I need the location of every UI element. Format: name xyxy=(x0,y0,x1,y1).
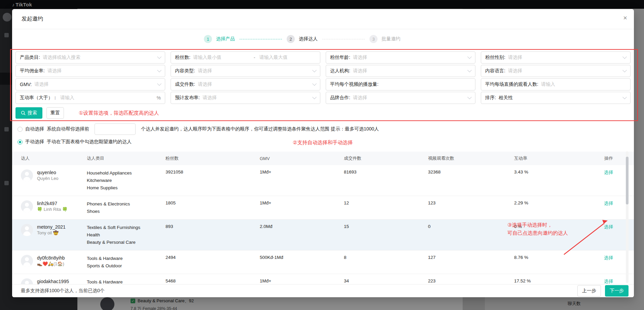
category: Shoes xyxy=(87,208,166,215)
auto-select-row: 自动选择 系统自动帮你选择前 个达人并发起邀约，达人顺序即为下面表格中的顺序，你… xyxy=(17,123,631,135)
creator-handle: quyenleo xyxy=(37,169,59,176)
creator-name: Tony oil 🤠 xyxy=(37,230,66,236)
manual-select-desc: 手动在下面表格中勾选您期望邀约的达人 xyxy=(47,139,132,145)
creator-handle: giodakhac1995 xyxy=(37,278,69,284)
chevron-down-icon xyxy=(622,68,627,72)
creator-name: Quyên Leo xyxy=(37,176,59,181)
table-header: 达人 达人类目 粉丝数 GMV 成交件数 视频观看次数 互动率 操作 xyxy=(12,152,634,165)
chevron-down-icon xyxy=(622,95,627,99)
modal-footer: 最多支持选择1000个达人，当前已选0个 上一步 下一步 xyxy=(12,284,634,297)
wizard-stepper: 1 选择产品 2 选择达人 3 批量邀约 xyxy=(0,29,613,49)
views-value: 123 xyxy=(428,200,514,205)
auto-select-radio[interactable] xyxy=(17,127,23,132)
filter-actions: 搜索 重置 ①设置筛选项，筛选匹配度高的达人 xyxy=(12,104,634,119)
filter-placeholder: 请选择 xyxy=(198,81,212,87)
auto-select-desc-after: 个达人并发起邀约，达人顺序即为下面表格中的顺序，你可通过调整筛选条件聚焦达人范围… xyxy=(141,126,379,132)
filter-content-language[interactable]: 内容语言: 请选择 xyxy=(481,65,631,77)
filter-placeholder: 请选择 xyxy=(203,95,217,101)
percent-suffix: % xyxy=(157,95,161,101)
filter-fan-age[interactable]: 粉丝年龄: 请选择 xyxy=(326,51,475,64)
search-button[interactable]: 搜索 xyxy=(15,107,42,119)
filter-label: 平均每场直播的观看人数: xyxy=(485,81,538,87)
auto-count-input[interactable] xyxy=(95,123,136,135)
category: Textiles & Soft Furnishings xyxy=(87,224,166,231)
select-link[interactable]: 选择 xyxy=(604,170,613,175)
filter-estimated-post-rate[interactable]: 预计发布率: 请选择 xyxy=(171,92,320,104)
filter-placeholder: 请选择 xyxy=(353,54,367,61)
step-batch-invite: 3 批量邀约 xyxy=(369,35,400,43)
step-label: 批量邀约 xyxy=(382,36,400,42)
category: Health xyxy=(87,231,166,239)
views-value: 32368 xyxy=(428,169,514,175)
range-separator: - xyxy=(254,55,255,60)
next-step-button[interactable]: 下一步 xyxy=(605,285,629,297)
chevron-down-icon xyxy=(312,81,317,86)
filter-fan-gender[interactable]: 粉丝性别: 请选择 xyxy=(481,51,631,64)
select-link[interactable]: 选择 xyxy=(604,279,613,284)
engagement-value: 17.52 % xyxy=(514,278,581,283)
filter-creator-agency[interactable]: 达人机构: 请选择 xyxy=(326,65,475,77)
annotation-3: ③选择手动选择时， 可自己点选意向邀约的达人 xyxy=(507,221,568,237)
manual-select-radio[interactable] xyxy=(17,140,23,145)
followers-value: 3921058 xyxy=(166,169,260,175)
select-link[interactable]: 选择 xyxy=(604,201,613,206)
views-value: 127 xyxy=(428,255,514,260)
filter-avg-commission[interactable]: 平均佣金率: 请选择 xyxy=(15,65,165,77)
table-row: linh2k497 🍀 Linh Rita 🍀 Phones & Electro… xyxy=(12,196,634,220)
col-creator: 达人 xyxy=(21,155,87,161)
filter-label: 平均每个视频的播放量: xyxy=(330,81,379,87)
filter-avg-video-views[interactable]: 平均每个视频的播放量: xyxy=(326,78,475,90)
select-link[interactable]: 选择 xyxy=(604,255,613,260)
category: Tools & Hardware xyxy=(87,255,166,262)
gmv-value: 1Mđ+ xyxy=(260,169,344,175)
close-icon[interactable]: × xyxy=(623,14,627,21)
filter-brand-collab[interactable]: 品牌合作: 请选择 xyxy=(326,92,475,104)
followers-value: 2494 xyxy=(166,255,260,260)
annotation-3-line2: 可自己点选意向邀约的达人 xyxy=(507,229,568,237)
units-value: 8 xyxy=(344,255,428,260)
filter-product-category[interactable]: 产品类目: 请选择或输入搜索 xyxy=(15,51,165,64)
category: Tools & Hardware xyxy=(87,278,166,284)
filter-placeholder: 请选择 xyxy=(198,68,212,74)
selection-summary: 最多支持选择1000个达人，当前已选0个 xyxy=(21,288,105,294)
chevron-down-icon xyxy=(157,68,162,72)
chevron-down-icon xyxy=(157,81,162,86)
units-value: 15 xyxy=(344,224,428,229)
filter-placeholder: 请选择 xyxy=(47,68,62,74)
auto-select-label: 自动选择 xyxy=(25,126,44,132)
filter-gmv[interactable]: GMV: 请选择 xyxy=(15,78,165,90)
views-value: 223 xyxy=(428,278,514,283)
filter-follower-count-range[interactable]: 粉丝数: 请输入最小值 - 请输入最大值 xyxy=(171,51,320,64)
filter-label: 平均佣金率: xyxy=(20,68,45,74)
previous-step-button[interactable]: 上一步 xyxy=(577,285,601,297)
views-value: 0 xyxy=(428,224,514,229)
col-action: 操作 xyxy=(581,155,613,161)
creator-table: 达人 达人类目 粉丝数 GMV 成交件数 视频观看次数 互动率 操作 quyen… xyxy=(12,152,634,284)
reset-button[interactable]: 重置 xyxy=(46,107,64,119)
filter-avg-live-viewers[interactable]: 平均每场直播的观看人数: 请输入 xyxy=(481,78,631,90)
filter-label: 产品类目: xyxy=(20,54,40,61)
filter-sort[interactable]: 排序: 相关性 xyxy=(481,92,631,104)
filter-min-placeholder: 请输入最小值 xyxy=(193,54,221,61)
select-link[interactable]: 选择 xyxy=(604,224,613,229)
search-button-label: 搜索 xyxy=(28,110,37,116)
filter-label: 成交件数: xyxy=(175,81,195,87)
col-followers: 粉丝数 xyxy=(166,155,260,161)
filter-panel: 产品类目: 请选择或输入搜索 粉丝数: 请输入最小值 - 请输入最大值 粉丝年龄… xyxy=(12,49,634,104)
step-number: 3 xyxy=(369,35,378,43)
step-label: 选择产品 xyxy=(216,36,235,42)
annotation-2: ②支持自动选择和手动选择 xyxy=(293,140,353,146)
followers-value: 893 xyxy=(166,224,260,229)
step-number: 2 xyxy=(287,35,295,43)
filter-units-sold[interactable]: 成交件数: 请选择 xyxy=(171,78,320,90)
chevron-down-icon xyxy=(312,95,317,99)
search-icon xyxy=(21,111,26,115)
step-label: 选择达人 xyxy=(299,36,318,42)
filter-content-type[interactable]: 内容类型: 请选择 xyxy=(171,65,320,77)
units-value: 34 xyxy=(344,278,428,283)
filter-label: 互动率（大于）： xyxy=(20,95,58,101)
modal-header: 发起邀约 xyxy=(12,9,634,29)
table-scrollbar-thumb[interactable] xyxy=(626,157,629,204)
step-number: 1 xyxy=(204,35,212,43)
filter-engagement-rate[interactable]: 互动率（大于）： 请输入 % xyxy=(15,92,165,104)
